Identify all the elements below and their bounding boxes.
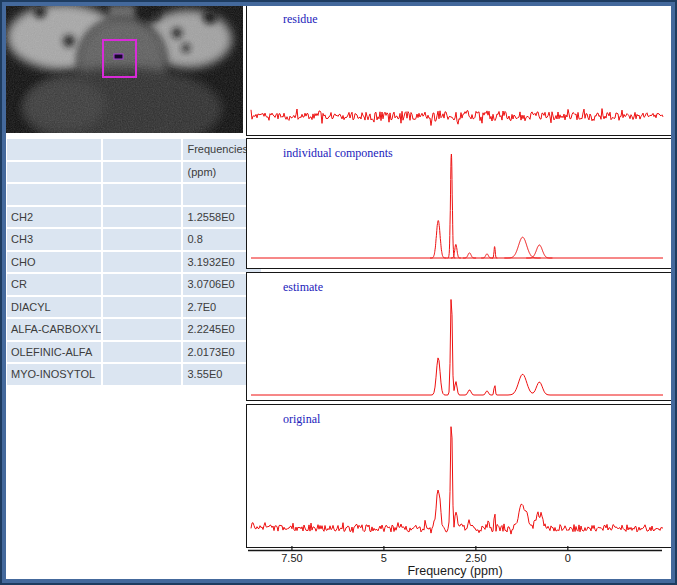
brain-scan-shapes [5, 5, 243, 133]
cell-empty [103, 162, 181, 183]
axis-tick-label: 2.50 [465, 552, 486, 564]
table-header-row: (ppm) [7, 162, 261, 183]
frequency-axis: 7.5052.500Frequency (ppm) [246, 546, 672, 578]
cell-empty [103, 207, 181, 228]
component-peak-ch2 [504, 237, 540, 258]
component-peak-ch3 [526, 245, 552, 258]
mri-image [5, 5, 243, 133]
cell-empty [103, 342, 181, 363]
cell-metabolite-name: OLEFINIC-ALFA [7, 342, 101, 363]
table-row: OLEFINIC-ALFA2.0173E0 [7, 342, 261, 363]
original-trace [251, 427, 663, 534]
cell-metabolite-name: CH2 [7, 207, 101, 228]
cell-empty [103, 139, 181, 160]
cell-empty [103, 184, 181, 205]
spectrum-panel-original[interactable]: original [246, 404, 672, 548]
component-peak-diacyl [463, 253, 476, 258]
frequencies-table: Frequencies(ppm)CH21.2558E0CH30.8CHO3.19… [5, 137, 263, 387]
cell-metabolite-name: CHO [7, 252, 101, 273]
cell-empty [103, 229, 181, 250]
cell-metabolite-name: CH3 [7, 229, 101, 250]
component-peak-olefinic-alfa [492, 247, 497, 258]
axis-title: Frequency (ppm) [407, 564, 502, 578]
cell-metabolite-name [7, 184, 101, 205]
table-row: CR3.0706E0 [7, 274, 261, 295]
table-header-row [7, 184, 261, 205]
table-row: DIACYL2.7E0 [7, 297, 261, 318]
cell-metabolite-name [7, 139, 101, 160]
mri-view[interactable] [5, 5, 243, 133]
table-row: MYO-INOSYTOL3.55E0 [7, 364, 261, 385]
estimate-trace [251, 300, 663, 396]
axis-tick-label: 7.50 [281, 552, 302, 564]
voxel-marker [114, 54, 123, 59]
cell-metabolite-name: DIACYL [7, 297, 101, 318]
cell-metabolite-name: MYO-INOSYTOL [7, 364, 101, 385]
app-window: Frequencies(ppm)CH21.2558E0CH30.8CHO3.19… [0, 0, 677, 585]
table-row: CHO3.1932E0 [7, 252, 261, 273]
cell-empty [103, 252, 181, 273]
spectrum-panel-estimate[interactable]: estimate [246, 272, 672, 401]
table-row: CH21.2558E0 [7, 207, 261, 228]
cell-empty [103, 297, 181, 318]
cell-empty [103, 274, 181, 295]
cell-empty [103, 319, 181, 340]
axis-tick-label: 5 [381, 552, 387, 564]
component-peak-alfa-carboxyl [481, 254, 493, 258]
component-peak-myo-inosytol [430, 221, 447, 258]
cell-metabolite-name [7, 162, 101, 183]
spectrum-panel-residue[interactable]: residue [246, 4, 672, 136]
axis-tick-label: 0 [565, 552, 571, 564]
table-row: ALFA-CARBOXYL2.2245E0 [7, 319, 261, 340]
cell-metabolite-name: CR [7, 274, 101, 295]
cell-metabolite-name: ALFA-CARBOXYL [7, 319, 101, 340]
table-header-row: Frequencies [7, 139, 261, 160]
spectrum-panel-components[interactable]: individual components [246, 138, 672, 269]
component-peak-cho [447, 154, 455, 258]
table-row: CH30.8 [7, 229, 261, 250]
component-peak-cr [451, 245, 461, 259]
residue-trace [251, 109, 663, 126]
cell-empty [103, 364, 181, 385]
